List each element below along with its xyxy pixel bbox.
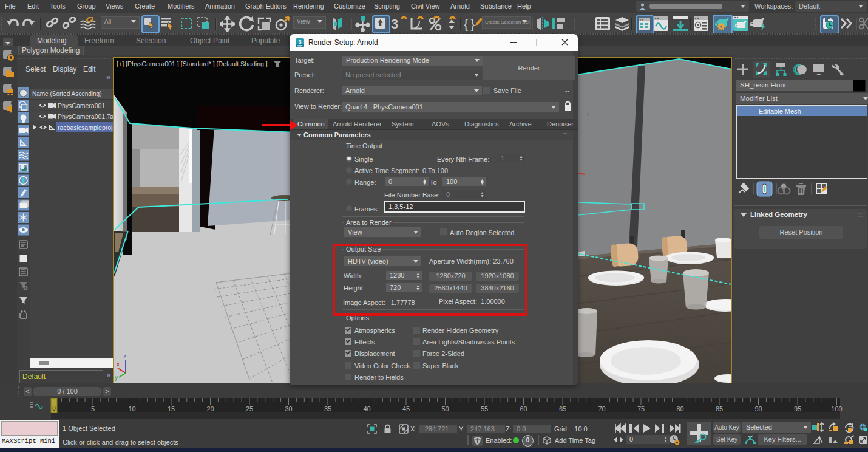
svg-text:3: 3 [391,16,398,32]
svg-text:40: 40 [363,405,370,413]
svg-text:20: 20 [206,405,214,413]
svg-text:95: 95 [794,405,801,413]
svg-text:90: 90 [754,405,762,413]
svg-text:10: 10 [128,405,135,413]
svg-text:z: z [587,111,590,117]
svg-text:70: 70 [598,405,605,413]
svg-text:y: y [115,374,118,381]
svg-text:0: 0 [52,405,56,412]
svg-text:x: x [117,361,120,368]
svg-text:[+] [PhysCamera001 ] [Standard: [+] [PhysCamera001 ] [Standard* ] [Defau… [117,60,268,67]
svg-text:50: 50 [441,405,449,413]
svg-text:{: { [464,16,468,31]
svg-text:65: 65 [559,405,566,413]
svg-text:80: 80 [676,405,683,413]
svg-text:45: 45 [402,405,410,413]
svg-text:35: 35 [324,405,331,413]
svg-text:75: 75 [637,405,645,413]
svg-text:25: 25 [246,405,253,413]
svg-text:30: 30 [285,405,292,413]
svg-text:5: 5 [91,405,95,413]
svg-text:60: 60 [520,405,527,413]
svg-text:85: 85 [716,405,723,413]
svg-text:z: z [123,353,126,360]
svg-text:}: } [470,16,475,31]
svg-text:55: 55 [481,405,488,413]
svg-text:15: 15 [168,405,175,413]
svg-text:100: 100 [831,405,842,413]
